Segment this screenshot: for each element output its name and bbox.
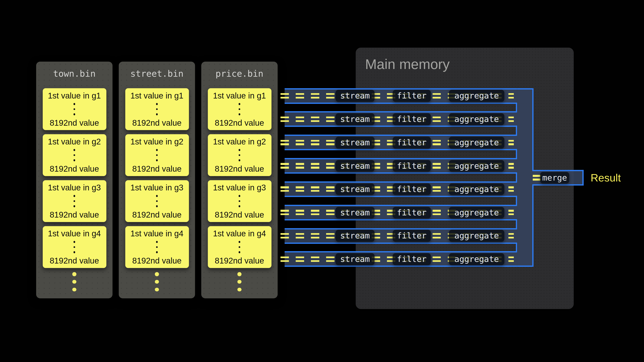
group-first-value-label: 1st value in g4 (130, 229, 183, 239)
result-label: Result (591, 171, 621, 184)
value-group-card: 1st value in g18192nd value (208, 88, 271, 130)
group-last-value-label: 8192nd value (50, 210, 99, 220)
filter-operator-box: filter (393, 183, 431, 195)
bus-notch-border (516, 172, 517, 183)
stream-operator-box: stream (336, 160, 374, 172)
value-group-card: 1st value in g28192nd value (42, 134, 106, 176)
vertical-ellipsis-icon (238, 149, 240, 161)
group-last-value-label: 8192nd value (50, 256, 99, 266)
filter-operator-box: filter (393, 253, 431, 265)
filter-operator-box: filter (393, 230, 431, 242)
pipeline-row-7: streamfilteraggregate (284, 228, 517, 244)
group-last-value-label: 8192nd value (132, 164, 182, 174)
stream-operator-box: stream (336, 113, 374, 125)
group-first-value-label: 1st value in g2 (130, 137, 183, 147)
group-first-value-label: 1st value in g4 (48, 229, 101, 239)
pipeline-row-6: streamfilteraggregate (284, 205, 517, 220)
vertical-ellipsis-icon (73, 195, 75, 207)
vertical-ellipsis-icon (156, 103, 158, 115)
vertical-ellipsis-icon (73, 241, 75, 253)
merge-stem: merge (532, 170, 584, 186)
vertical-ellipsis-icon (73, 103, 75, 115)
vertical-ellipsis-icon (73, 149, 75, 161)
pipeline-row-1: streamfilteraggregate (284, 88, 517, 104)
group-first-value-label: 1st value in g3 (48, 183, 101, 193)
group-last-value-label: 8192nd value (50, 164, 99, 174)
file-column-town-bin: town.bin1st value in g18192nd value1st v… (36, 61, 112, 298)
aggregate-operator-box: aggregate (449, 137, 504, 148)
vertical-ellipsis-icon (156, 195, 158, 207)
vertical-ellipsis-icon (238, 195, 240, 207)
bus-notch-border (516, 219, 517, 229)
filter-operator-box: filter (393, 207, 431, 218)
bus-right-border (532, 184, 534, 267)
value-group-card: 1st value in g28192nd value (208, 134, 271, 176)
bus-right-border (532, 88, 534, 171)
pipeline-bus (517, 88, 532, 267)
file-column-street-bin: street.bin1st value in g18192nd value1st… (119, 61, 195, 298)
aggregate-operator-box: aggregate (449, 183, 504, 195)
vertical-ellipsis-icon (238, 241, 240, 253)
group-first-value-label: 1st value in g1 (130, 91, 183, 100)
bus-notch-border (516, 149, 517, 159)
group-first-value-label: 1st value in g2 (213, 137, 266, 147)
value-group-card: 1st value in g18192nd value (125, 88, 189, 130)
pipeline-row-2: streamfilteraggregate (284, 111, 517, 127)
more-groups-ellipsis-icon (119, 272, 195, 291)
aggregate-operator-box: aggregate (449, 113, 504, 125)
value-group-card: 1st value in g38192nd value (125, 180, 189, 222)
more-groups-ellipsis-icon (201, 272, 278, 291)
pipeline-row-8: streamfilteraggregate (284, 251, 517, 267)
stream-operator-box: stream (336, 137, 374, 148)
value-group-card: 1st value in g48192nd value (208, 226, 271, 268)
file-name-label: town.bin (36, 61, 112, 79)
group-last-value-label: 8192nd value (132, 118, 182, 128)
value-group-card: 1st value in g18192nd value (42, 88, 106, 130)
group-last-value-label: 8192nd value (215, 210, 264, 220)
value-group-card: 1st value in g38192nd value (208, 180, 271, 222)
bus-notch-border (516, 126, 517, 136)
group-last-value-label: 8192nd value (215, 256, 264, 266)
group-first-value-label: 1st value in g3 (213, 183, 266, 193)
value-group-card: 1st value in g48192nd value (125, 226, 189, 268)
value-group-card: 1st value in g28192nd value (125, 134, 189, 176)
group-first-value-label: 1st value in g2 (48, 137, 101, 147)
vertical-ellipsis-icon (156, 241, 158, 253)
group-last-value-label: 8192nd value (132, 256, 182, 266)
stream-operator-box: stream (336, 207, 374, 218)
group-first-value-label: 1st value in g1 (213, 91, 266, 100)
aggregate-operator-box: aggregate (449, 230, 504, 242)
diagram-canvas: town.bin1st value in g18192nd value1st v… (0, 0, 644, 362)
pipeline-row-5: streamfilteraggregate (284, 181, 517, 197)
merge-operator-box: merge (540, 172, 569, 183)
pipeline-row-3: streamfilteraggregate (284, 135, 517, 150)
more-groups-ellipsis-icon (36, 272, 112, 291)
filter-operator-box: filter (393, 160, 431, 172)
file-name-label: price.bin (201, 61, 278, 79)
filter-operator-box: filter (393, 113, 431, 125)
filter-operator-box: filter (393, 137, 431, 148)
aggregate-operator-box: aggregate (449, 207, 504, 218)
stream-operator-box: stream (336, 230, 374, 242)
bus-notch-border (516, 242, 517, 253)
aggregate-operator-box: aggregate (449, 253, 504, 265)
file-name-label: street.bin (119, 61, 195, 79)
vertical-ellipsis-icon (238, 103, 240, 115)
stream-operator-box: stream (336, 183, 374, 195)
filter-operator-box: filter (393, 90, 431, 102)
value-group-card: 1st value in g48192nd value (42, 226, 106, 268)
group-last-value-label: 8192nd value (215, 118, 264, 128)
aggregate-operator-box: aggregate (449, 160, 504, 172)
group-last-value-label: 8192nd value (132, 210, 182, 220)
group-last-value-label: 8192nd value (215, 164, 264, 174)
group-last-value-label: 8192nd value (50, 118, 99, 128)
group-first-value-label: 1st value in g1 (48, 91, 101, 100)
group-first-value-label: 1st value in g3 (130, 183, 183, 193)
aggregate-operator-box: aggregate (449, 90, 504, 102)
value-group-card: 1st value in g38192nd value (42, 180, 106, 222)
group-first-value-label: 1st value in g4 (213, 229, 266, 239)
stream-operator-box: stream (336, 253, 374, 265)
stream-operator-box: stream (336, 90, 374, 102)
bus-notch-border (516, 196, 517, 206)
pipeline-row-4: streamfilteraggregate (284, 158, 517, 174)
